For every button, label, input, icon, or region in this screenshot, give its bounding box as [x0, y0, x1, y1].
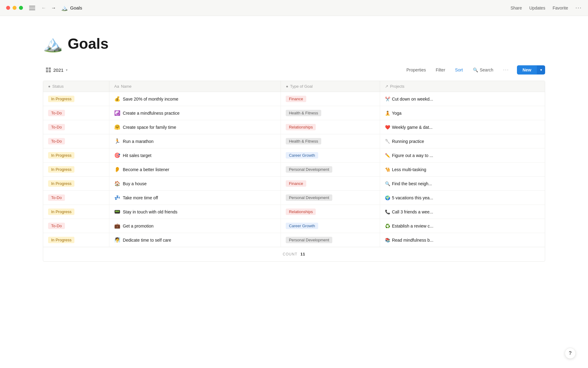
table-row[interactable]: In Progress 👂 Become a better listener P…	[43, 163, 545, 177]
status-cell: In Progress	[43, 205, 109, 219]
goal-type-cell: Health & Fitness	[281, 106, 380, 120]
column-header-name[interactable]: AaName	[109, 81, 281, 92]
name-cell: 🏃 Run a marathon	[109, 134, 281, 148]
project-name: 🥄 Running practice	[385, 139, 540, 144]
project-cell: ✂️ Cut down on weekd...	[380, 92, 545, 106]
project-name: 🔍 Find the best neigh...	[385, 181, 540, 186]
status-cell: In Progress	[43, 92, 109, 106]
table-row[interactable]: To-Do 🏃 Run a marathon Health & Fitness …	[43, 134, 545, 148]
view-name: 2021	[53, 67, 63, 73]
project-cell: 🧘 Yoga	[380, 106, 545, 120]
table-row[interactable]: To-Do ☯️ Create a mindfulness practice H…	[43, 106, 545, 120]
updates-button[interactable]: Updates	[529, 6, 545, 10]
projects-col-icon: ↗	[385, 84, 388, 89]
toolbar-actions: Properties Filter Sort 🔍 Search ··· New …	[402, 65, 545, 75]
sidebar-toggle[interactable]	[29, 6, 35, 10]
table-row[interactable]: In Progress 🧖 Dedicate time to self care…	[43, 233, 545, 247]
project-title: 5 vacations this yea...	[392, 195, 433, 200]
status-cell: In Progress	[43, 163, 109, 177]
name-cell: 💼 Get a promotion	[109, 219, 281, 233]
project-title: Establish a review c...	[392, 224, 433, 228]
count-label: COUNT	[283, 252, 297, 256]
sort-button[interactable]: Sort	[451, 66, 467, 74]
project-name: ✏️ Figure out a way to ...	[385, 153, 540, 158]
project-cell: ♻️ Establish a review c...	[380, 219, 545, 233]
project-title: Call 3 friends a wee...	[392, 209, 433, 214]
goal-type-cell: Relationships	[281, 205, 380, 219]
table-row[interactable]: In Progress 🎯 Hit sales target Career Gr…	[43, 148, 545, 163]
search-button[interactable]: 🔍 Search	[469, 66, 498, 74]
share-button[interactable]: Share	[511, 6, 522, 10]
column-header-projects[interactable]: ↗Projects	[380, 81, 545, 92]
project-name: ✂️ Cut down on weekd...	[385, 97, 540, 102]
new-button-chevron[interactable]: ▾	[537, 66, 545, 74]
status-col-icon: ●	[48, 84, 51, 89]
search-icon: 🔍	[473, 67, 478, 72]
fullscreen-button[interactable]	[19, 6, 23, 10]
goal-type-badge: Personal Development	[286, 166, 332, 173]
toolbar-more-button[interactable]: ···	[499, 65, 513, 75]
goal-title: Save 20% of monthly income	[123, 97, 178, 102]
status-cell: In Progress	[43, 177, 109, 191]
table-row[interactable]: To-Do 💼 Get a promotion Career Growth ♻️…	[43, 219, 545, 233]
column-header-goal-type[interactable]: ●Type of Goal	[281, 81, 380, 92]
project-emoji: 🧘	[385, 111, 390, 116]
goal-title: Become a better listener	[123, 167, 169, 172]
project-emoji: 🐪	[385, 167, 390, 172]
goal-title: Create space for family time	[123, 125, 176, 130]
project-cell: ✏️ Figure out a way to ...	[380, 148, 545, 163]
project-name: 🐪 Less multi-tasking	[385, 167, 540, 172]
properties-button[interactable]: Properties	[402, 66, 430, 74]
name-cell: 📟 Stay in touch with old friends	[109, 205, 281, 219]
name-cell: ☯️ Create a mindfulness practice	[109, 106, 281, 120]
name-cell: 👂 Become a better listener	[109, 163, 281, 177]
table-row[interactable]: In Progress 📟 Stay in touch with old fri…	[43, 205, 545, 219]
name-cell: 💤 Take more time off	[109, 191, 281, 205]
project-title: Yoga	[392, 111, 401, 116]
column-header-status[interactable]: ●Status	[43, 81, 109, 92]
status-cell: To-Do	[43, 219, 109, 233]
back-button[interactable]: ←	[40, 4, 47, 12]
table-row[interactable]: To-Do 💤 Take more time off Personal Deve…	[43, 191, 545, 205]
table-row[interactable]: To-Do 🤗 Create space for family time Rel…	[43, 120, 545, 134]
goal-name: 👂 Become a better listener	[114, 167, 276, 172]
project-emoji: 📞	[385, 209, 390, 214]
status-cell: In Progress	[43, 148, 109, 163]
new-button[interactable]: New	[517, 65, 537, 75]
goal-type-badge: Health & Fitness	[286, 110, 321, 116]
nav-arrows: ← →	[40, 4, 57, 12]
project-emoji: 🔍	[385, 181, 390, 186]
name-cell: 🧖 Dedicate time to self care	[109, 233, 281, 247]
project-emoji: 🌍	[385, 195, 390, 200]
filter-button[interactable]: Filter	[432, 66, 450, 74]
goal-emoji: 🧖	[114, 237, 120, 243]
page-icon-large: 🏔️	[43, 34, 63, 53]
grid-view-icon	[46, 67, 51, 72]
project-name: ❤️ Weekly game & dat...	[385, 125, 540, 130]
table-row[interactable]: In Progress 🏠 Buy a house Finance 🔍 Find…	[43, 177, 545, 191]
page-icon-small: 🏔️	[61, 5, 68, 11]
forward-button[interactable]: →	[50, 4, 57, 12]
close-button[interactable]	[6, 6, 10, 10]
goal-title: Dedicate time to self care	[123, 238, 171, 243]
status-badge: To-Do	[48, 110, 65, 116]
goal-emoji: 📟	[114, 209, 120, 215]
favorite-button[interactable]: Favorite	[552, 6, 568, 10]
minimize-button[interactable]	[13, 6, 17, 10]
help-button[interactable]: ?	[565, 348, 576, 359]
more-options-button[interactable]: ···	[575, 5, 582, 11]
project-title: Read mindfulness b...	[392, 238, 433, 243]
goal-type-badge: Career Growth	[286, 152, 318, 159]
status-cell: To-Do	[43, 191, 109, 205]
view-selector[interactable]: 2021 ▾	[43, 66, 71, 74]
status-badge: To-Do	[48, 138, 65, 144]
project-cell: 🌍 5 vacations this yea...	[380, 191, 545, 205]
goal-title: Create a mindfulness practice	[123, 111, 179, 116]
project-name: 🧘 Yoga	[385, 111, 540, 116]
hamburger-icon	[29, 6, 35, 10]
table-row[interactable]: In Progress 💰 Save 20% of monthly income…	[43, 92, 545, 106]
project-emoji: ♻️	[385, 224, 390, 228]
goal-emoji: 🏃	[114, 138, 120, 144]
goal-type-cell: Personal Development	[281, 233, 380, 247]
goal-type-cell: Personal Development	[281, 191, 380, 205]
